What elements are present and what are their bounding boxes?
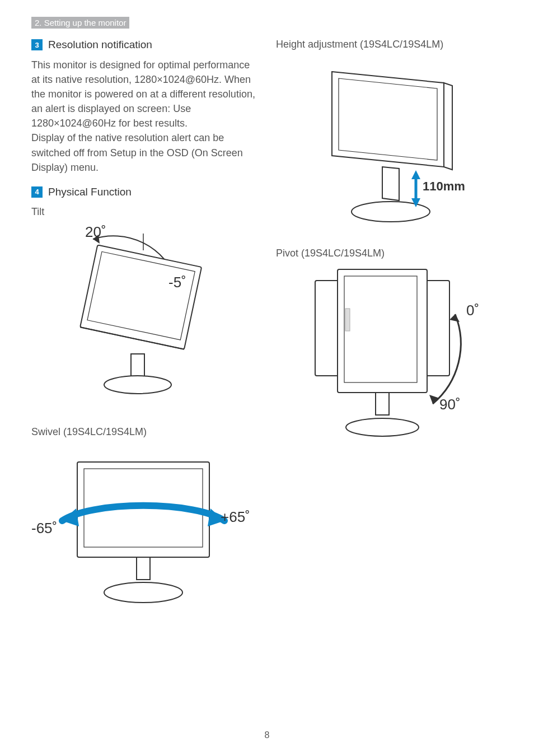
tilt-figure: 20˚ -5˚ bbox=[31, 222, 258, 407]
svg-rect-24 bbox=[344, 276, 417, 382]
swivel-right-annotation: +65˚ bbox=[221, 508, 250, 526]
svg-rect-26 bbox=[376, 393, 389, 415]
height-value-annotation: 110mm bbox=[423, 179, 465, 194]
pivot-figure: 0˚ 90˚ bbox=[298, 264, 503, 449]
section-4-number: 4 bbox=[31, 186, 43, 198]
page-number: 8 bbox=[0, 730, 534, 740]
svg-point-18 bbox=[352, 202, 430, 222]
tilt-fwd-annotation: -5˚ bbox=[168, 274, 186, 291]
section-4-head: 4 Physical Function bbox=[31, 186, 258, 198]
svg-marker-15 bbox=[339, 78, 437, 160]
svg-point-27 bbox=[346, 418, 419, 436]
height-label: Height adjustment (19S4LC/19S4LM) bbox=[276, 39, 503, 50]
section-4-title: Physical Function bbox=[48, 186, 132, 198]
svg-point-7 bbox=[104, 376, 171, 394]
svg-point-11 bbox=[104, 582, 182, 603]
resolution-paragraph: This monitor is designed for optimal per… bbox=[31, 58, 258, 175]
section-3-number: 3 bbox=[31, 39, 43, 50]
section-3-title: Resolution notification bbox=[48, 39, 152, 51]
tilt-back-annotation: 20˚ bbox=[85, 223, 106, 241]
swivel-label: Swivel (19S4LC/19S4LM) bbox=[31, 426, 258, 438]
right-column: Height adjustment (19S4LC/19S4LM) bbox=[276, 34, 503, 629]
svg-rect-25 bbox=[345, 309, 350, 331]
tilt-label: Tilt bbox=[31, 206, 258, 218]
svg-rect-6 bbox=[131, 354, 144, 376]
svg-marker-16 bbox=[444, 83, 452, 170]
svg-marker-20 bbox=[411, 170, 420, 179]
swivel-left-annotation: -65˚ bbox=[31, 520, 57, 537]
left-column: 3 Resolution notification This monitor i… bbox=[31, 34, 258, 629]
height-figure: 110mm bbox=[298, 55, 503, 234]
pivot-bottom-annotation: 90˚ bbox=[439, 396, 461, 413]
svg-marker-28 bbox=[449, 314, 460, 322]
swivel-figure: -65˚ +65˚ bbox=[31, 442, 258, 616]
breadcrumb: 2. Setting up the monitor bbox=[31, 17, 129, 29]
pivot-label: Pivot (19S4LC/19S4LM) bbox=[276, 248, 503, 259]
pivot-top-annotation: 0˚ bbox=[466, 302, 479, 319]
svg-marker-17 bbox=[382, 167, 399, 200]
svg-rect-10 bbox=[137, 557, 150, 580]
section-3-head: 3 Resolution notification bbox=[31, 39, 258, 51]
